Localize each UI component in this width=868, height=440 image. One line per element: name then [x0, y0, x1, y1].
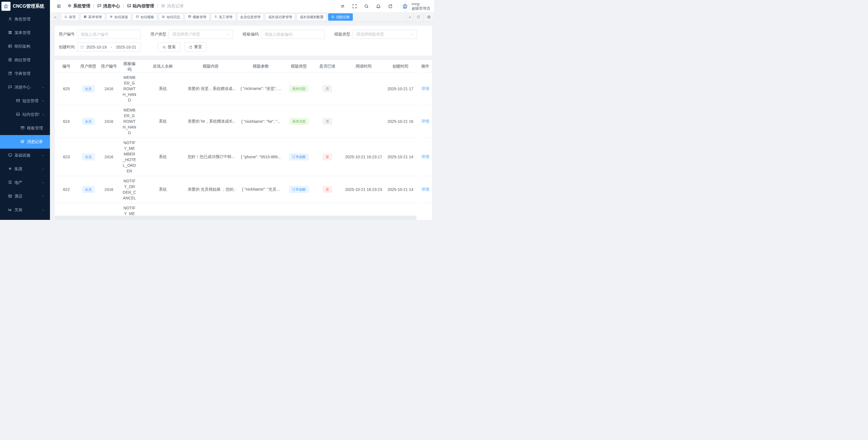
- table-row: 624会员2416MEMBER_GROWTH_HAND系统亲爱的 he，系统赠送…: [55, 105, 432, 138]
- sidebar-item[interactable]: 文旅: [0, 203, 50, 217]
- tab-item[interactable]: 员工管理: [211, 13, 236, 21]
- tab-item[interactable]: 会员信息管理: [237, 13, 264, 21]
- user-no-input[interactable]: [77, 30, 141, 39]
- tabs-scroll-right-icon[interactable]: »: [407, 15, 413, 19]
- horizontal-scrollbar[interactable]: [55, 215, 416, 220]
- status-badge: 订单提醒: [289, 186, 309, 193]
- sidebar-item-label: 短信管理: [23, 98, 39, 104]
- tabs-refresh-icon[interactable]: [413, 12, 424, 22]
- content: 用户编号 用户类型 请选择用户类型 模板编码: [50, 22, 434, 220]
- cell-user-no: 2416: [98, 119, 119, 124]
- inbox-icon: [127, 3, 131, 9]
- date-range-picker[interactable]: 2025-10-19 - 2025-10-21: [77, 42, 141, 52]
- breadcrumb-item[interactable]: 站内信管理: [127, 3, 154, 9]
- tab-item[interactable]: 成长值记录管理: [265, 13, 295, 21]
- cell-user-no: 2416: [98, 87, 119, 91]
- sidebar-item[interactable]: 岗位管理: [0, 53, 50, 67]
- group-icon: [8, 167, 12, 172]
- reset-button-label: 重置: [194, 44, 202, 49]
- app-title: CNCG管理系统: [13, 3, 44, 9]
- user-type-select[interactable]: 请选择用户类型: [168, 30, 233, 39]
- status-badge: 订单提醒: [289, 154, 309, 160]
- breadcrumb-separator: /: [157, 4, 158, 8]
- detail-link[interactable]: 详情: [422, 154, 430, 159]
- sidebar-item[interactable]: 字典管理: [0, 67, 50, 80]
- app-logo[interactable]: CNCG管理系统: [0, 0, 50, 12]
- date-end[interactable]: 2025-10-21: [116, 45, 136, 49]
- app-root: CNCG管理系统 角色管理菜单管理组织架构岗位管理字典管理消息中心短信管理站内信…: [0, 0, 434, 220]
- filter-create-time: 创建时间 2025-10-19 - 2025-10-21: [57, 42, 141, 52]
- cell-create-time: 2025-10-21 16: [384, 119, 416, 124]
- chevron-down-icon: [410, 33, 414, 36]
- search-icon[interactable]: [362, 2, 371, 10]
- bell-icon[interactable]: [374, 2, 383, 10]
- cell-is-read: 否: [312, 86, 343, 92]
- sidebar-item[interactable]: 集团: [0, 162, 50, 176]
- message-table: 编号用户类型用户编号模板编码发送人名称模版内容模版参数模版类型是否已读阅读时间创…: [55, 60, 432, 220]
- mail-icon: [16, 98, 20, 104]
- split-screen-icon[interactable]: [338, 2, 347, 10]
- caret-down-icon: [41, 208, 45, 212]
- user-menu[interactable]: cncg 超级管理员: [400, 1, 430, 11]
- cell-template-params: { "nickName": "he", "...: [236, 119, 286, 124]
- sidebar-item[interactable]: 站内信管理: [0, 108, 50, 122]
- list-icon: [110, 15, 113, 19]
- detail-link[interactable]: 详情: [422, 86, 430, 91]
- sidebar-item[interactable]: 模板管理: [0, 122, 50, 135]
- cell-id: 623: [55, 155, 78, 159]
- cell-template-code: MEMBER_GROWTH_HAND: [119, 107, 140, 136]
- chart-icon: [8, 207, 12, 212]
- search-button[interactable]: 搜索: [158, 42, 180, 52]
- cell-user-type: 会员: [78, 154, 98, 160]
- refresh-icon[interactable]: [386, 2, 395, 10]
- breadcrumb-separator: /: [93, 4, 94, 8]
- sidebar-item[interactable]: 地产: [0, 176, 50, 190]
- breadcrumb-separator: /: [123, 4, 124, 8]
- tab-item[interactable]: 模板管理: [185, 13, 210, 21]
- tab-item[interactable]: 短信日志: [159, 13, 183, 21]
- main-area: 系统管理/消息中心/站内信管理/消息记录 cncg 超级管理员: [50, 0, 434, 220]
- cell-is-read: 是: [312, 154, 343, 160]
- tab-item[interactable]: 成长值规则配置: [297, 13, 327, 21]
- date-start[interactable]: 2025-10-19: [86, 45, 107, 49]
- template-type-select[interactable]: 请选择模版类型: [352, 30, 417, 39]
- tab-item[interactable]: 首页: [61, 13, 79, 21]
- reset-button[interactable]: 重置: [184, 42, 207, 52]
- cell-id: 622: [55, 187, 78, 192]
- edit-icon: [331, 15, 335, 19]
- sidebar-item[interactable]: 组织架构: [0, 40, 50, 53]
- tab-item[interactable]: 消息记录: [328, 13, 353, 21]
- sidebar-item[interactable]: 角色管理: [0, 12, 50, 26]
- column-header: 用户类型: [78, 64, 98, 69]
- sidebar-item[interactable]: 消息中心: [0, 80, 50, 94]
- tab-item[interactable]: 菜单管理: [80, 13, 105, 21]
- breadcrumb-item[interactable]: 系统管理: [67, 3, 90, 9]
- tab-item[interactable]: 短信模板: [132, 13, 157, 21]
- template-code-input[interactable]: [261, 30, 325, 39]
- topbar: 系统管理/消息中心/站内信管理/消息记录 cncg 超级管理员: [50, 0, 434, 12]
- sidebar-item[interactable]: 短信管理: [0, 94, 50, 108]
- fullscreen-icon[interactable]: [350, 2, 359, 10]
- sidebar-item[interactable]: 消息记录: [0, 135, 50, 149]
- detail-link[interactable]: 详情: [422, 119, 430, 124]
- search-icon: [162, 45, 166, 49]
- sidebar-item[interactable]: 菜单管理: [0, 26, 50, 40]
- sidebar-item[interactable]: 基础设施: [0, 149, 50, 162]
- detail-link[interactable]: 详情: [422, 219, 430, 220]
- home-icon: [64, 15, 67, 19]
- breadcrumb-item[interactable]: 消息中心: [97, 3, 120, 9]
- tabs-scroll-left-icon[interactable]: «: [52, 15, 59, 19]
- tab-label: 模板管理: [193, 15, 206, 20]
- sidebar-item[interactable]: 酒店: [0, 190, 50, 203]
- building-icon: [8, 180, 12, 185]
- sidebar-item[interactable]: 物业: [0, 217, 50, 220]
- sidebar-collapse-icon[interactable]: [55, 2, 63, 10]
- detail-link[interactable]: 详情: [422, 187, 430, 192]
- date-separator: -: [109, 45, 114, 49]
- column-header: 编号: [55, 64, 78, 69]
- tabs-layout-icon[interactable]: [424, 12, 434, 22]
- chat-icon: [136, 15, 139, 19]
- tab-item[interactable]: 短信渠道: [106, 13, 131, 21]
- column-header: 模版内容: [186, 64, 236, 69]
- tabbar: « 首页菜单管理短信渠道短信模板短信日志模板管理员工管理会员信息管理成长值记录管…: [50, 12, 434, 22]
